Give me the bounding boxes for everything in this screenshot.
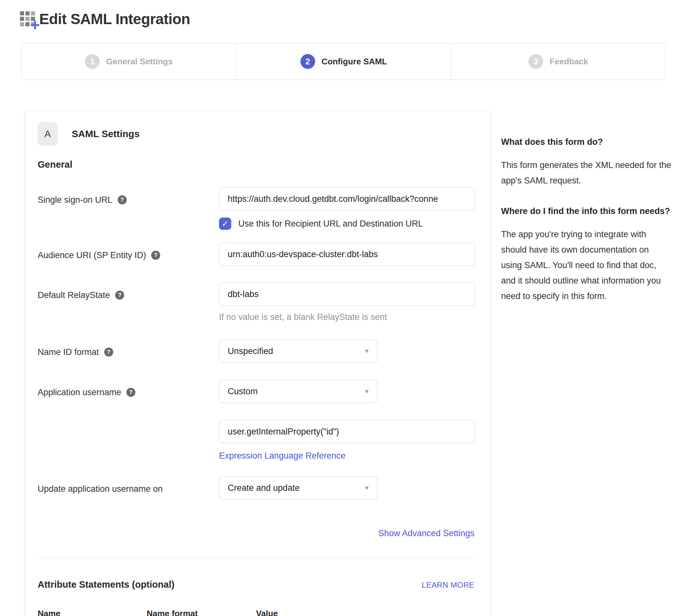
audience-uri-input[interactable] [219,243,475,266]
plus-icon: + [30,16,40,33]
help-icon[interactable]: ? [151,251,160,260]
application-username-select[interactable]: Custom ▾ [219,380,377,403]
grid-cell [25,17,29,21]
caret-down-icon: ▾ [365,484,369,492]
grid-cell [20,17,24,21]
grid-cell [25,11,29,16]
select-value: Unspecified [228,346,273,356]
name-id-format-select[interactable]: Unspecified ▾ [219,339,377,363]
application-username-label: Application username ? [38,380,219,461]
general-heading: General [38,159,474,170]
caret-down-icon: ▾ [365,387,369,396]
recipient-url-checkbox-label: Use this for Recipient URL and Destinati… [238,219,423,229]
update-app-username-select[interactable]: Create and update ▾ [219,476,377,500]
grid-cell [25,22,29,26]
grid-cell [20,22,24,26]
grid-cell [31,11,35,16]
name-id-format-label: Name ID format ? [38,339,219,363]
step-wizard: 1 General Settings 2 Configure SAML 3 Fe… [21,43,666,80]
sso-url-label: Single sign-on URL ? [38,187,219,230]
sidebar-heading-1: What does this form do? [501,136,671,148]
field-label-text: Update application username on [38,483,163,494]
attribute-statements-title: Attribute Statements (optional) [38,579,174,590]
section-divider [38,558,474,558]
field-label-text: Default RelayState [38,290,110,301]
field-row-name-id-format: Name ID format ? Unspecified ▾ [38,339,474,363]
field-row-relay-state: Default RelayState ? If no value is set,… [38,283,474,322]
step-number-badge: 3 [528,54,543,69]
show-advanced-settings-link[interactable]: Show Advanced Settings [378,528,474,538]
grid-plus-icon: + [19,9,37,29]
step-number-badge: 2 [300,54,315,69]
attribute-statements-header: Attribute Statements (optional) LEARN MO… [38,579,474,590]
relay-state-input[interactable] [219,283,475,306]
audience-uri-label: Audience URI (SP Entity ID) ? [38,243,219,266]
relay-state-label: Default RelayState ? [38,283,219,322]
step-number-badge: 1 [85,54,100,69]
page-title: Edit SAML Integration [39,10,190,28]
sso-url-input[interactable] [219,187,475,211]
step-label: Feedback [550,57,588,67]
select-value: Create and update [228,483,300,493]
field-label-text: Application username [38,387,121,398]
wizard-step-configure-saml[interactable]: 2 Configure SAML [236,43,451,80]
learn-more-link[interactable]: LEARN MORE [422,580,474,590]
help-icon[interactable]: ? [127,388,135,397]
help-icon[interactable]: ? [115,291,124,300]
field-label-text: Audience URI (SP Entity ID) [38,250,146,261]
relay-state-helper-text: If no value is set, a blank RelayState i… [219,312,475,322]
field-row-sso-url: Single sign-on URL ? ✓ Use this for Reci… [38,187,474,230]
field-label-text: Name ID format [38,347,99,357]
expression-language-reference-link[interactable]: Expression Language Reference [219,451,345,461]
caret-down-icon: ▾ [365,347,369,355]
field-row-application-username: Application username ? Custom ▾ Expressi… [38,380,474,461]
field-label-text: Single sign-on URL [38,194,113,205]
wizard-step-general-settings[interactable]: 1 General Settings [22,43,236,80]
field-row-update-app-username: Update application username on Create an… [38,476,474,500]
main-content: A SAML Settings General Single sign-on U… [24,111,687,616]
recipient-url-checkbox-row: ✓ Use this for Recipient URL and Destina… [219,218,475,230]
help-icon[interactable]: ? [118,195,127,204]
saml-settings-panel: A SAML Settings General Single sign-on U… [24,111,491,616]
custom-username-expression-input[interactable] [219,420,475,443]
attribute-statements-column-headers: Name Name format Value [38,609,474,616]
column-header-name-format: Name format [147,609,256,616]
recipient-url-checkbox[interactable]: ✓ [219,218,231,230]
sidebar-paragraph-2: The app you're trying to integrate with … [501,226,671,304]
page-header: + Edit SAML Integration [19,8,687,29]
section-a-badge: A [38,122,58,146]
step-label: General Settings [106,57,173,67]
sidebar-paragraph-1: This form generates the XML needed for t… [501,157,671,188]
grid-cell [20,11,24,16]
panel-title: SAML Settings [72,128,140,139]
column-header-name: Name [38,609,147,616]
wizard-step-feedback[interactable]: 3 Feedback [451,43,665,80]
field-row-audience-uri: Audience URI (SP Entity ID) ? [38,243,474,266]
sidebar-heading-2: Where do I find the info this form needs… [501,205,671,218]
step-label: Configure SAML [322,57,387,67]
page: + Edit SAML Integration 1 General Settin… [0,8,687,616]
column-header-value: Value [256,609,474,616]
help-sidebar: What does this form do? This form genera… [501,111,671,321]
select-value: Custom [228,387,258,396]
update-app-username-label: Update application username on [38,476,219,500]
checkmark-icon: ✓ [222,219,229,229]
help-icon[interactable]: ? [104,348,113,357]
panel-header: A SAML Settings [38,122,474,146]
